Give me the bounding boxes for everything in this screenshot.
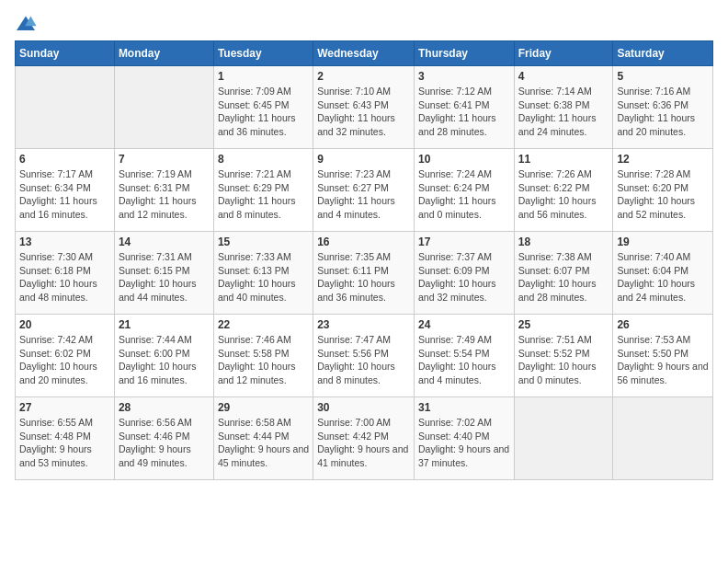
day-cell: 5Sunrise: 7:16 AM Sunset: 6:36 PM Daylig… <box>613 66 713 149</box>
day-number: 22 <box>218 318 309 331</box>
day-cell: 28Sunrise: 6:56 AM Sunset: 4:46 PM Dayli… <box>114 397 213 480</box>
day-number: 17 <box>418 236 510 248</box>
day-cell <box>114 66 213 149</box>
day-detail: Sunrise: 7:38 AM Sunset: 6:07 PM Dayligh… <box>518 250 609 304</box>
day-cell: 11Sunrise: 7:26 AM Sunset: 6:22 PM Dayli… <box>514 149 613 232</box>
day-cell: 1Sunrise: 7:09 AM Sunset: 6:45 PM Daylig… <box>213 66 313 149</box>
day-number: 4 <box>518 70 609 83</box>
day-detail: Sunrise: 7:28 AM Sunset: 6:20 PM Dayligh… <box>617 167 709 222</box>
day-number: 18 <box>518 236 609 248</box>
day-cell: 26Sunrise: 7:53 AM Sunset: 5:50 PM Dayli… <box>613 315 713 397</box>
day-cell: 14Sunrise: 7:31 AM Sunset: 6:15 PM Dayli… <box>114 232 213 315</box>
day-detail: Sunrise: 7:09 AM Sunset: 6:45 PM Dayligh… <box>218 85 309 139</box>
week-row-2: 6Sunrise: 7:17 AM Sunset: 6:34 PM Daylig… <box>16 149 713 232</box>
day-cell: 4Sunrise: 7:14 AM Sunset: 6:38 PM Daylig… <box>514 66 613 149</box>
day-number: 13 <box>19 236 110 248</box>
day-detail: Sunrise: 6:58 AM Sunset: 4:44 PM Dayligh… <box>218 416 309 470</box>
day-cell: 20Sunrise: 7:42 AM Sunset: 6:02 PM Dayli… <box>16 315 115 397</box>
day-cell <box>613 397 713 480</box>
day-detail: Sunrise: 7:26 AM Sunset: 6:22 PM Dayligh… <box>518 167 609 222</box>
day-number: 10 <box>418 153 510 166</box>
day-detail: Sunrise: 7:40 AM Sunset: 6:04 PM Dayligh… <box>617 250 709 304</box>
calendar-table: SundayMondayTuesdayWednesdayThursdayFrid… <box>15 40 713 480</box>
day-detail: Sunrise: 7:33 AM Sunset: 6:13 PM Dayligh… <box>218 250 309 304</box>
day-cell: 7Sunrise: 7:19 AM Sunset: 6:31 PM Daylig… <box>114 149 213 232</box>
day-detail: Sunrise: 7:14 AM Sunset: 6:38 PM Dayligh… <box>518 85 609 139</box>
day-cell: 15Sunrise: 7:33 AM Sunset: 6:13 PM Dayli… <box>213 232 313 315</box>
day-cell: 6Sunrise: 7:17 AM Sunset: 6:34 PM Daylig… <box>16 149 115 232</box>
day-cell: 9Sunrise: 7:23 AM Sunset: 6:27 PM Daylig… <box>313 149 415 232</box>
col-header-monday: Monday <box>114 41 213 66</box>
day-detail: Sunrise: 6:56 AM Sunset: 4:46 PM Dayligh… <box>119 416 210 470</box>
day-number: 2 <box>317 70 410 83</box>
day-number: 30 <box>317 401 410 414</box>
day-detail: Sunrise: 7:21 AM Sunset: 6:29 PM Dayligh… <box>218 167 309 222</box>
day-number: 26 <box>617 318 709 331</box>
day-number: 27 <box>19 401 110 414</box>
day-cell: 30Sunrise: 7:00 AM Sunset: 4:42 PM Dayli… <box>313 397 415 480</box>
day-number: 23 <box>317 318 410 331</box>
day-cell: 8Sunrise: 7:21 AM Sunset: 6:29 PM Daylig… <box>213 149 313 232</box>
day-detail: Sunrise: 7:53 AM Sunset: 5:50 PM Dayligh… <box>617 333 709 387</box>
day-detail: Sunrise: 7:16 AM Sunset: 6:36 PM Dayligh… <box>617 85 709 139</box>
day-detail: Sunrise: 6:55 AM Sunset: 4:48 PM Dayligh… <box>19 416 110 470</box>
day-number: 28 <box>119 401 210 414</box>
day-detail: Sunrise: 7:12 AM Sunset: 6:41 PM Dayligh… <box>418 85 510 139</box>
col-header-saturday: Saturday <box>613 41 713 66</box>
week-row-3: 13Sunrise: 7:30 AM Sunset: 6:18 PM Dayli… <box>16 232 713 315</box>
day-detail: Sunrise: 7:10 AM Sunset: 6:43 PM Dayligh… <box>317 85 410 139</box>
day-detail: Sunrise: 7:31 AM Sunset: 6:15 PM Dayligh… <box>119 250 210 304</box>
day-number: 5 <box>617 70 709 83</box>
day-number: 7 <box>119 153 210 166</box>
day-number: 24 <box>418 318 510 331</box>
col-header-tuesday: Tuesday <box>213 41 313 66</box>
day-cell <box>16 66 115 149</box>
day-detail: Sunrise: 7:47 AM Sunset: 5:56 PM Dayligh… <box>317 333 410 387</box>
day-number: 8 <box>218 153 309 166</box>
day-cell: 12Sunrise: 7:28 AM Sunset: 6:20 PM Dayli… <box>613 149 713 232</box>
day-cell: 23Sunrise: 7:47 AM Sunset: 5:56 PM Dayli… <box>313 315 415 397</box>
week-row-5: 27Sunrise: 6:55 AM Sunset: 4:48 PM Dayli… <box>16 397 713 480</box>
day-number: 12 <box>617 153 709 166</box>
day-number: 15 <box>218 236 309 248</box>
day-cell: 21Sunrise: 7:44 AM Sunset: 6:00 PM Dayli… <box>114 315 213 397</box>
day-cell: 16Sunrise: 7:35 AM Sunset: 6:11 PM Dayli… <box>313 232 415 315</box>
day-number: 25 <box>518 318 609 331</box>
page-header <box>15 15 713 33</box>
day-cell: 24Sunrise: 7:49 AM Sunset: 5:54 PM Dayli… <box>414 315 514 397</box>
col-header-thursday: Thursday <box>414 41 514 66</box>
day-number: 31 <box>418 401 510 414</box>
day-detail: Sunrise: 7:49 AM Sunset: 5:54 PM Dayligh… <box>418 333 510 387</box>
day-detail: Sunrise: 7:35 AM Sunset: 6:11 PM Dayligh… <box>317 250 410 304</box>
day-cell: 13Sunrise: 7:30 AM Sunset: 6:18 PM Dayli… <box>16 232 115 315</box>
day-detail: Sunrise: 7:17 AM Sunset: 6:34 PM Dayligh… <box>19 167 110 222</box>
col-header-wednesday: Wednesday <box>313 41 415 66</box>
day-number: 11 <box>518 153 609 166</box>
day-cell: 29Sunrise: 6:58 AM Sunset: 4:44 PM Dayli… <box>213 397 313 480</box>
day-cell: 2Sunrise: 7:10 AM Sunset: 6:43 PM Daylig… <box>313 66 415 149</box>
day-number: 20 <box>19 318 110 331</box>
day-cell: 3Sunrise: 7:12 AM Sunset: 6:41 PM Daylig… <box>414 66 514 149</box>
day-cell: 31Sunrise: 7:02 AM Sunset: 4:40 PM Dayli… <box>414 397 514 480</box>
day-number: 9 <box>317 153 410 166</box>
day-cell: 22Sunrise: 7:46 AM Sunset: 5:58 PM Dayli… <box>213 315 313 397</box>
week-row-1: 1Sunrise: 7:09 AM Sunset: 6:45 PM Daylig… <box>16 66 713 149</box>
day-detail: Sunrise: 7:30 AM Sunset: 6:18 PM Dayligh… <box>19 250 110 304</box>
day-number: 6 <box>19 153 110 166</box>
day-detail: Sunrise: 7:46 AM Sunset: 5:58 PM Dayligh… <box>218 333 309 387</box>
day-cell: 27Sunrise: 6:55 AM Sunset: 4:48 PM Dayli… <box>16 397 115 480</box>
day-detail: Sunrise: 7:42 AM Sunset: 6:02 PM Dayligh… <box>19 333 110 387</box>
day-cell: 17Sunrise: 7:37 AM Sunset: 6:09 PM Dayli… <box>414 232 514 315</box>
day-detail: Sunrise: 7:19 AM Sunset: 6:31 PM Dayligh… <box>119 167 210 222</box>
day-number: 14 <box>119 236 210 248</box>
day-cell: 18Sunrise: 7:38 AM Sunset: 6:07 PM Dayli… <box>514 232 613 315</box>
col-header-sunday: Sunday <box>16 41 115 66</box>
day-detail: Sunrise: 7:44 AM Sunset: 6:00 PM Dayligh… <box>119 333 210 387</box>
logo-icon <box>15 15 37 33</box>
day-detail: Sunrise: 7:00 AM Sunset: 4:42 PM Dayligh… <box>317 416 410 470</box>
day-detail: Sunrise: 7:37 AM Sunset: 6:09 PM Dayligh… <box>418 250 510 304</box>
day-number: 21 <box>119 318 210 331</box>
day-number: 16 <box>317 236 410 248</box>
day-number: 1 <box>218 70 309 83</box>
logo <box>15 15 40 33</box>
